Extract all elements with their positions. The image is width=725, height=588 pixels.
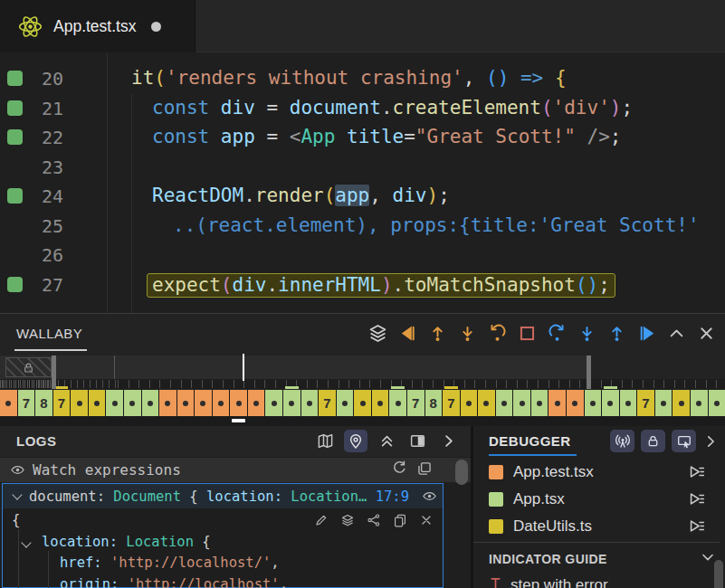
copy-icon[interactable] xyxy=(393,513,407,531)
timeline-cell[interactable] xyxy=(337,390,354,416)
timeline-cell[interactable] xyxy=(0,390,17,416)
edit-icon[interactable] xyxy=(314,513,329,531)
timeline-cell[interactable] xyxy=(265,390,282,416)
timeline-cell[interactable] xyxy=(177,390,195,416)
timeline-cell[interactable] xyxy=(301,390,319,416)
step-out-back-icon[interactable] xyxy=(427,321,447,345)
timeline-cell[interactable] xyxy=(461,390,478,416)
code-line-22[interactable]: 22const app = <App title="Great Scott!" … xyxy=(0,123,725,153)
timeline-cell[interactable] xyxy=(106,390,123,416)
code-line-27[interactable]: 27expect(div.innerHTML).toMatchSnapshot(… xyxy=(0,270,725,300)
step-into-icon[interactable] xyxy=(577,321,596,345)
timeline-cell[interactable] xyxy=(549,390,566,416)
share-icon[interactable] xyxy=(367,513,381,531)
timeline-cell[interactable]: 7 xyxy=(53,390,71,416)
timeline-playhead[interactable] xyxy=(243,354,244,381)
timeline-cell[interactable] xyxy=(691,390,708,416)
timeline-cell[interactable] xyxy=(585,390,602,416)
layers-icon[interactable] xyxy=(340,513,355,531)
step-over-icon[interactable] xyxy=(547,321,567,345)
timeline-cell[interactable] xyxy=(709,390,725,416)
run-to-file-icon[interactable] xyxy=(688,517,705,538)
map-icon[interactable] xyxy=(313,430,337,452)
chevron-down-icon[interactable] xyxy=(21,537,31,547)
timeline-cell[interactable]: 7 xyxy=(407,390,425,416)
code-editor[interactable]: 20it('renders without crashing', () => {… xyxy=(0,52,725,313)
timeline-cell[interactable] xyxy=(248,390,265,416)
timeline-cell[interactable] xyxy=(389,390,406,416)
timeline-cell[interactable] xyxy=(230,390,247,416)
debugger-file-row[interactable]: App.test.tsx xyxy=(473,459,725,486)
step-out-icon[interactable] xyxy=(606,321,626,345)
broadcast-icon[interactable] xyxy=(610,430,634,452)
run-to-file-icon[interactable] xyxy=(688,490,705,511)
timeline-cell[interactable] xyxy=(602,390,619,416)
tree-line[interactable]: origin: 'http://localhost', xyxy=(3,574,443,588)
tree-line[interactable]: href: 'http://localhost/', xyxy=(3,553,443,574)
debugger-file-row[interactable]: DateUtils.ts xyxy=(473,513,725,540)
close-panel-icon[interactable] xyxy=(696,321,716,345)
debugger-scrollbar-thumb[interactable] xyxy=(714,560,723,588)
timeline-scrubber[interactable] xyxy=(0,356,725,379)
timeline-cell[interactable]: 7 xyxy=(18,390,35,416)
indicator-guide-title[interactable]: INDICATOR GUIDE xyxy=(489,552,607,566)
timeline-cell[interactable] xyxy=(513,390,530,416)
panel-tab-wallaby[interactable]: WALLABY xyxy=(16,326,82,341)
timeline-cell[interactable] xyxy=(496,390,513,416)
collapse-panel-icon[interactable] xyxy=(666,321,686,345)
coverage-indicator[interactable] xyxy=(7,129,23,145)
step-back-icon[interactable] xyxy=(487,321,507,345)
watch-expression-row[interactable]: document: Document { location: Location…… xyxy=(3,484,443,508)
coverage-indicator[interactable] xyxy=(7,277,23,292)
watch-expressions-row[interactable]: Watch expressions xyxy=(0,458,471,482)
timeline-cell[interactable] xyxy=(478,390,495,416)
timeline-left-handle[interactable] xyxy=(52,356,56,389)
timeline-cell[interactable] xyxy=(283,390,300,416)
stop-icon[interactable] xyxy=(517,321,537,345)
open-in-window-icon[interactable] xyxy=(416,460,433,480)
timeline-cell[interactable] xyxy=(531,390,549,416)
eye-icon[interactable] xyxy=(422,488,437,507)
code-line-26[interactable]: 26 xyxy=(0,241,725,270)
timeline-cell[interactable] xyxy=(213,390,230,416)
timeline-right-handle[interactable] xyxy=(587,356,591,389)
timeline-cell[interactable] xyxy=(195,390,212,416)
timeline-cell[interactable] xyxy=(142,390,159,416)
logs-scrollbar-thumb[interactable] xyxy=(455,460,468,485)
layers-icon[interactable] xyxy=(367,321,387,345)
close-icon[interactable] xyxy=(419,513,434,531)
timeline-cell[interactable]: 7 xyxy=(443,390,460,416)
tree-line[interactable]: location: Location { xyxy=(3,532,443,554)
timeline-cell[interactable] xyxy=(673,390,690,416)
split-view-icon[interactable] xyxy=(405,430,429,452)
timeline-cell[interactable] xyxy=(71,390,88,416)
debugger-file-row[interactable]: App.tsx xyxy=(473,486,725,513)
modified-indicator[interactable] xyxy=(151,22,161,32)
timeline-cell[interactable]: 7 xyxy=(319,390,336,416)
run-to-file-icon[interactable] xyxy=(688,463,705,484)
coverage-indicator[interactable] xyxy=(7,100,23,116)
expand-right-icon[interactable] xyxy=(436,430,460,452)
code-line-24[interactable]: 24ReactDOM.render(app, div); xyxy=(0,182,725,212)
expand-right-icon[interactable] xyxy=(702,433,719,453)
watch-expression-block[interactable]: document: Document { location: Location…… xyxy=(2,483,444,588)
chevron-down-icon[interactable] xyxy=(12,489,22,499)
timeline-cell[interactable] xyxy=(655,390,673,416)
coverage-indicator[interactable] xyxy=(7,71,23,86)
timeline-cell[interactable] xyxy=(159,390,176,416)
location-pin-icon[interactable] xyxy=(344,430,367,452)
lock-icon[interactable] xyxy=(641,430,665,452)
coverage-indicator[interactable] xyxy=(7,188,23,204)
timeline-cell[interactable] xyxy=(567,390,584,416)
tab-app-test-tsx[interactable]: App.test.tsx xyxy=(0,0,196,52)
code-line-23[interactable]: 23 xyxy=(0,153,725,183)
timeline-cell[interactable]: 8 xyxy=(35,390,52,416)
reverse-continue-icon[interactable] xyxy=(397,321,417,345)
timeline-cell[interactable] xyxy=(354,390,371,416)
step-into-back-icon[interactable] xyxy=(457,321,477,345)
screen-share-icon[interactable] xyxy=(672,430,696,452)
timeline-cell[interactable] xyxy=(89,390,106,416)
code-line-21[interactable]: 21const div = document.createElement('di… xyxy=(0,94,725,124)
timeline-cell[interactable] xyxy=(372,390,389,416)
timeline-cell[interactable] xyxy=(620,390,637,416)
